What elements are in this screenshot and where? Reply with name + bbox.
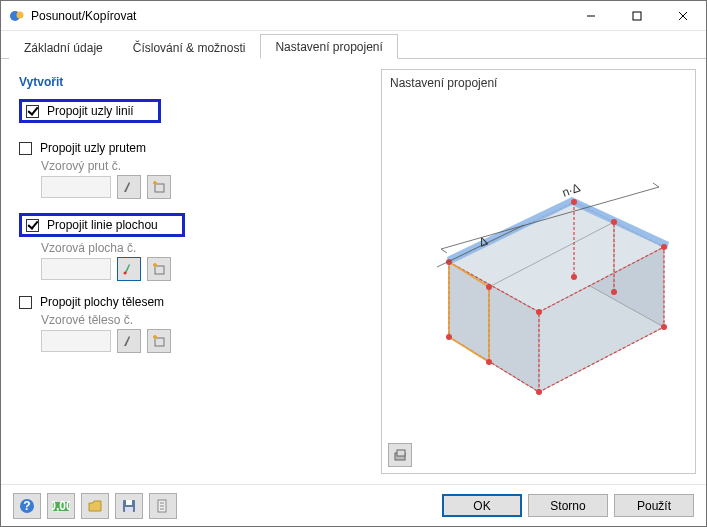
cancel-label: Storno bbox=[550, 499, 585, 513]
checkbox-connect-nodes-line[interactable] bbox=[26, 105, 39, 118]
window-title: Posunout/Kopírovat bbox=[31, 9, 568, 23]
new-surface-button[interactable] bbox=[147, 257, 171, 281]
svg-point-26 bbox=[536, 309, 542, 315]
preview-footer bbox=[382, 437, 695, 473]
preview-panel: Nastavení propojení bbox=[381, 69, 696, 474]
left-panel: Vytvořit Propojit uzly linií Propojit uz… bbox=[11, 69, 371, 474]
label-connect-surfaces-solid: Propojit plochy tělesem bbox=[40, 295, 164, 309]
label-connect-lines-surface: Propojit linie plochou bbox=[47, 218, 158, 232]
subrow-template-surface bbox=[41, 257, 367, 281]
preview-title: Nastavení propojení bbox=[382, 70, 695, 96]
svg-point-1 bbox=[17, 11, 24, 18]
svg-rect-3 bbox=[633, 12, 641, 20]
group-title-create: Vytvořit bbox=[19, 75, 367, 89]
preview-svg: n·Δ Δ bbox=[389, 117, 689, 417]
row-connect-nodes-member: Propojit uzly prutem bbox=[19, 141, 367, 155]
svg-line-37 bbox=[653, 183, 659, 187]
sublabel-template-member: Vzorový prut č. bbox=[41, 159, 367, 173]
titlebar: Posunout/Kopírovat bbox=[1, 1, 706, 31]
dim-label-total: n·Δ bbox=[560, 180, 582, 199]
units-button[interactable]: 0,00 bbox=[47, 493, 75, 519]
svg-rect-47 bbox=[125, 507, 133, 512]
sublabel-template-solid: Vzorové těleso č. bbox=[41, 313, 367, 327]
ok-label: OK bbox=[473, 499, 490, 513]
pick-surface-button[interactable] bbox=[117, 257, 141, 281]
new-solid-button[interactable] bbox=[147, 329, 171, 353]
checkbox-connect-lines-surface[interactable] bbox=[26, 219, 39, 232]
footer: ? 0,00 OK Storno Použít bbox=[1, 484, 706, 526]
svg-point-7 bbox=[124, 272, 127, 275]
subrow-template-solid bbox=[41, 329, 367, 353]
highlight-connect-nodes-line: Propojit uzly linií bbox=[19, 99, 161, 123]
apply-button[interactable]: Použít bbox=[614, 494, 694, 517]
svg-rect-40 bbox=[397, 450, 405, 456]
tab-connection[interactable]: Nastavení propojení bbox=[260, 34, 397, 59]
ok-button[interactable]: OK bbox=[442, 494, 522, 517]
sublabel-template-surface: Vzorová plocha č. bbox=[41, 241, 367, 255]
subrow-template-member bbox=[41, 175, 367, 199]
input-template-solid[interactable] bbox=[41, 330, 111, 352]
app-icon bbox=[9, 8, 25, 24]
tab-numbering[interactable]: Číslování & možnosti bbox=[118, 35, 261, 59]
label-connect-nodes-line: Propojit uzly linií bbox=[47, 104, 134, 118]
defaults-button[interactable] bbox=[149, 493, 177, 519]
content-area: Vytvořit Propojit uzly linií Propojit uz… bbox=[1, 59, 706, 484]
svg-rect-9 bbox=[155, 338, 164, 346]
svg-rect-8 bbox=[155, 266, 164, 274]
pick-member-button[interactable] bbox=[117, 175, 141, 199]
svg-point-27 bbox=[661, 324, 667, 330]
svg-line-36 bbox=[441, 249, 447, 253]
label-connect-nodes-member: Propojit uzly prutem bbox=[40, 141, 146, 155]
svg-point-34 bbox=[611, 219, 617, 225]
tab-bar: Základní údaje Číslování & možnosti Nast… bbox=[1, 31, 706, 59]
help-button[interactable]: ? bbox=[13, 493, 41, 519]
highlight-connect-lines-surface: Propojit linie plochou bbox=[19, 213, 185, 237]
checkbox-connect-surfaces-solid[interactable] bbox=[19, 296, 32, 309]
input-template-member[interactable] bbox=[41, 176, 111, 198]
preview-3d-view[interactable]: n·Δ Δ bbox=[382, 96, 695, 437]
input-template-surface[interactable] bbox=[41, 258, 111, 280]
svg-point-31 bbox=[486, 359, 492, 365]
svg-rect-6 bbox=[155, 184, 164, 192]
svg-point-23 bbox=[446, 334, 452, 340]
dialog-window: Posunout/Kopírovat Základní údaje Číslov… bbox=[0, 0, 707, 527]
tab-basic[interactable]: Základní údaje bbox=[9, 35, 118, 59]
maximize-button[interactable] bbox=[614, 1, 660, 30]
minimize-button[interactable] bbox=[568, 1, 614, 30]
close-button[interactable] bbox=[660, 1, 706, 30]
preview-viewmode-button[interactable] bbox=[388, 443, 412, 467]
svg-point-29 bbox=[571, 274, 577, 280]
cancel-button[interactable]: Storno bbox=[528, 494, 608, 517]
svg-point-28 bbox=[661, 244, 667, 250]
svg-text:0,00: 0,00 bbox=[52, 499, 70, 513]
new-member-button[interactable] bbox=[147, 175, 171, 199]
load-button[interactable] bbox=[81, 493, 109, 519]
svg-point-30 bbox=[571, 199, 577, 205]
svg-text:?: ? bbox=[23, 499, 30, 513]
pick-solid-button[interactable] bbox=[117, 329, 141, 353]
apply-label: Použít bbox=[637, 499, 671, 513]
system-buttons bbox=[568, 1, 706, 30]
svg-point-33 bbox=[611, 289, 617, 295]
checkbox-connect-nodes-member[interactable] bbox=[19, 142, 32, 155]
row-connect-surfaces-solid: Propojit plochy tělesem bbox=[19, 295, 367, 309]
svg-point-25 bbox=[536, 389, 542, 395]
save-button[interactable] bbox=[115, 493, 143, 519]
svg-point-32 bbox=[486, 284, 492, 290]
svg-rect-46 bbox=[126, 500, 132, 505]
